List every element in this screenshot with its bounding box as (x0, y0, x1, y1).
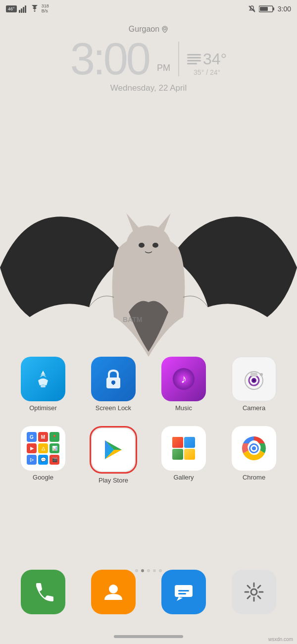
app-camera[interactable]: Camera (224, 357, 284, 412)
location-text: Gurgaon (129, 25, 159, 34)
app-playstore[interactable]: Play Store (84, 426, 143, 484)
app-optimiser[interactable]: Optimiser (13, 357, 73, 412)
svg-marker-12 (156, 213, 171, 233)
svg-point-42 (109, 585, 118, 593)
svg-point-14 (152, 243, 158, 248)
svg-rect-44 (178, 590, 189, 591)
carrier-label: 46° (6, 5, 17, 12)
weather-range: 35° / 24° (194, 68, 220, 76)
svg-rect-26 (250, 373, 257, 376)
playstore-label: Play Store (99, 477, 128, 484)
clock-row: 3:00 PM 34° 35° / 24° (70, 37, 227, 81)
svg-rect-35 (184, 437, 195, 448)
weather-temp: 34° (203, 50, 227, 68)
wifi-icon (30, 5, 40, 13)
status-left: 46° 318B/s (6, 4, 49, 14)
app-google[interactable]: G M 📍 ▶ △ 📊 ▷ 💬 🎬 Google (13, 426, 73, 484)
clock-divider (178, 42, 179, 76)
svg-rect-36 (172, 449, 183, 460)
app-chrome[interactable]: Chrome (224, 426, 284, 484)
app-music[interactable]: ♪ Music (154, 357, 213, 412)
svg-point-25 (253, 379, 255, 381)
dock-messages[interactable] (156, 570, 211, 614)
location-row: Gurgaon (129, 25, 168, 34)
playstore-icon-svg (100, 436, 127, 463)
svg-line-51 (248, 586, 250, 588)
svg-point-41 (252, 446, 256, 450)
home-indicator[interactable] (114, 635, 183, 638)
batman-wallpaper: BATM (0, 168, 297, 376)
dock-settings[interactable] (227, 570, 281, 614)
messages-icon-svg (172, 580, 196, 604)
svg-rect-6 (273, 7, 274, 10)
weather-haze-icon (187, 54, 201, 64)
clock-time: 3:00 (70, 37, 149, 81)
camera-label: Camera (243, 404, 265, 412)
gallery-icon-svg (170, 435, 197, 462)
status-bar: 46° 318B/s 33 3:00 (0, 0, 297, 18)
svg-rect-34 (172, 437, 183, 448)
svg-point-27 (260, 373, 263, 376)
svg-text:BATM: BATM (123, 316, 142, 323)
dock-row (0, 570, 297, 614)
svg-rect-19 (113, 382, 114, 385)
signal-icon (19, 5, 28, 13)
gallery-label: Gallery (173, 474, 194, 481)
svg-rect-0 (19, 10, 20, 13)
settings-icon-svg (242, 580, 266, 604)
dock-contacts[interactable] (86, 570, 141, 614)
app-row-1: Optimiser Screen Lock (0, 357, 297, 412)
svg-line-52 (258, 596, 260, 598)
watermark: wsxdn.com (268, 637, 293, 642)
svg-point-46 (251, 589, 257, 595)
svg-rect-3 (25, 5, 26, 13)
contacts-icon-svg (101, 580, 125, 604)
app-gallery[interactable]: Gallery (154, 426, 213, 484)
chrome-label: Chrome (243, 474, 265, 481)
svg-line-53 (258, 586, 260, 588)
svg-rect-1 (21, 8, 22, 13)
screenlock-label: Screen Lock (96, 404, 131, 412)
music-icon-svg: ♪ (171, 367, 196, 391)
svg-line-54 (248, 596, 250, 598)
svg-rect-16 (41, 385, 46, 387)
google-grid: G M 📍 ▶ △ 📊 ▷ 💬 🎬 (23, 428, 63, 469)
svg-line-4 (249, 6, 255, 12)
dock-phone[interactable] (16, 570, 70, 614)
svg-text:♪: ♪ (181, 372, 187, 385)
app-row-2: G M 📍 ▶ △ 📊 ▷ 💬 🎬 Google (0, 426, 297, 484)
notification-icon (248, 5, 256, 13)
clock-status: 3:00 (278, 5, 291, 13)
clock-period: PM (157, 63, 170, 73)
optimiser-label: Optimiser (29, 404, 57, 412)
clock-widget: Gurgaon 3:00 PM 34° 35° / 24° Wednesday,… (0, 25, 297, 93)
svg-point-13 (139, 243, 145, 248)
phone-icon-svg (31, 580, 55, 604)
music-label: Music (175, 404, 192, 412)
svg-point-10 (126, 225, 171, 265)
svg-point-9 (164, 28, 166, 30)
app-screenlock[interactable]: Screen Lock (84, 357, 143, 412)
svg-rect-45 (178, 593, 186, 594)
optimiser-icon-svg (31, 367, 55, 391)
google-label: Google (33, 474, 53, 481)
svg-rect-2 (23, 7, 24, 13)
status-right: 33 3:00 (248, 5, 291, 13)
location-icon (161, 26, 168, 33)
date-text: Wednesday, 22 April (110, 83, 187, 93)
svg-text:33: 33 (261, 7, 265, 12)
battery-icon: 33 (259, 5, 275, 13)
weather-section: 34° 35° / 24° (187, 50, 227, 76)
svg-rect-37 (184, 449, 195, 460)
svg-marker-11 (126, 213, 141, 233)
camera-icon-svg (241, 367, 267, 391)
screenlock-icon-svg (102, 367, 124, 391)
network-speed: 318B/s (42, 4, 49, 14)
chrome-icon-svg (240, 434, 268, 462)
